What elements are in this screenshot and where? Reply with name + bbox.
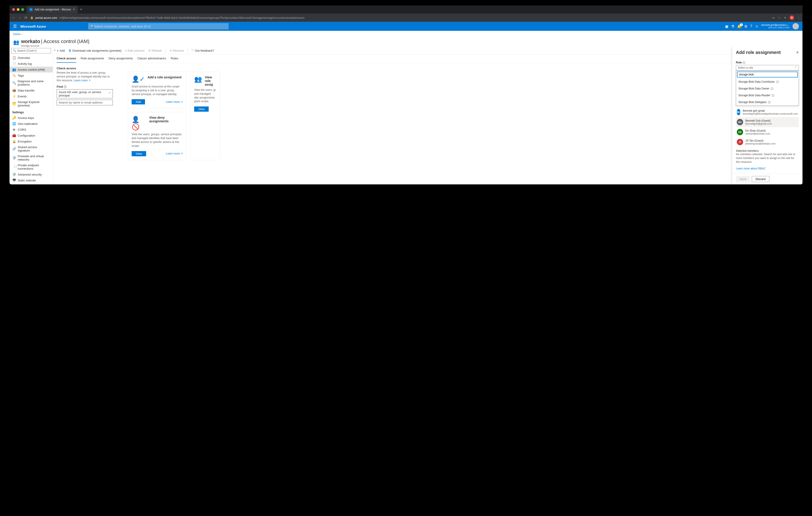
- sidebar-item[interactable]: 🧰Configuration: [9, 132, 53, 139]
- cloud-shell-icon[interactable]: ▣: [725, 24, 728, 29]
- role-select[interactable]: Select a role⌃: [736, 65, 799, 70]
- sidebar-item[interactable]: 🛡️Advanced security: [9, 172, 53, 177]
- tab[interactable]: Roles: [171, 57, 178, 63]
- info-icon[interactable]: i: [743, 61, 745, 64]
- sidebar-item[interactable]: 📋Overview: [9, 55, 53, 61]
- close-panel-icon[interactable]: ✕: [796, 50, 799, 55]
- sidebar-item[interactable]: 🖥️Static website: [9, 177, 53, 183]
- user-avatar[interactable]: [792, 23, 799, 29]
- address-bar[interactable]: 🔒 portal.azure.com/#@bennettgohworkato.o…: [30, 16, 769, 20]
- star-icon[interactable]: ☆: [778, 16, 781, 20]
- role-search-input[interactable]: [737, 71, 798, 78]
- close-tab-icon[interactable]: ×: [73, 7, 75, 11]
- learn-rbac-link[interactable]: Learn more about RBAC: [736, 167, 799, 170]
- find-search-input[interactable]: Search by name or email address: [57, 100, 113, 105]
- sidebar-search[interactable]: 🔍 Search (Cmd+/): [11, 48, 51, 54]
- sidebar-item[interactable]: 📦Data transfer: [9, 87, 53, 93]
- view-deny-card: 👤🚫View deny assignments View the users, …: [128, 112, 187, 160]
- sidebar-item[interactable]: 🛡️Firewalls and virtual networks: [9, 153, 53, 162]
- sidebar-item-label: Advanced security: [18, 173, 42, 176]
- settings-icon[interactable]: ⚙: [744, 24, 748, 29]
- learn-more-link[interactable]: Learn more ↗: [74, 79, 91, 82]
- info-icon[interactable]: i: [771, 87, 773, 90]
- sidebar-item-label: Encryption: [18, 140, 31, 143]
- member-item[interactable]: ESEe Shan (Guest)eeshan@workato.com: [736, 127, 799, 137]
- info-icon[interactable]: i: [772, 94, 774, 97]
- sidebar-item[interactable]: 🔑Access keys: [9, 115, 53, 121]
- back-button[interactable]: ←: [12, 16, 16, 20]
- forward-button[interactable]: →: [18, 16, 22, 20]
- find-select[interactable]: Azure AD user, group, or service princip…: [57, 89, 113, 98]
- reload-button[interactable]: ⟳: [25, 16, 27, 20]
- sidebar-item[interactable]: 🏷️Tags: [9, 72, 53, 79]
- discard-button[interactable]: Discard: [752, 176, 770, 182]
- sidebar-item[interactable]: 📄Activity log: [9, 61, 53, 67]
- sidebar-item-label: Tags: [18, 74, 24, 77]
- learn-more-link[interactable]: Learn more ↗: [166, 100, 183, 103]
- view-button[interactable]: View: [194, 107, 209, 112]
- add-button[interactable]: +Add: [57, 49, 65, 53]
- sidebar-item[interactable]: 👥Access control (IAM): [9, 67, 53, 72]
- minimize-window-icon[interactable]: [17, 8, 20, 11]
- role-option[interactable]: Storage Blob Data Owner i: [736, 85, 799, 92]
- help-icon[interactable]: ?: [750, 24, 752, 28]
- sidebar-item[interactable]: 🗂️Storage Explorer (preview): [9, 99, 53, 108]
- browser-tab[interactable]: A Add role assignment - Microsc ×: [27, 6, 78, 13]
- info-icon[interactable]: i: [64, 85, 66, 88]
- feedback-icon[interactable]: ☺: [755, 24, 758, 28]
- sidebar-item[interactable]: 📝Properties: [9, 183, 53, 184]
- info-icon[interactable]: i: [776, 81, 779, 83]
- sidebar-item[interactable]: ⊕CORS: [9, 127, 53, 132]
- user-menu[interactable]: bennett.goh@workato.c... DEFAULT DIRECTO…: [761, 24, 790, 29]
- sidebar-item-icon: 🔒: [12, 140, 16, 143]
- global-search-input[interactable]: [94, 25, 226, 28]
- feedback-button[interactable]: ♡Got feedback?: [191, 49, 214, 52]
- sidebar-item[interactable]: 〈〉Private endpoint connections: [9, 162, 53, 172]
- maximize-window-icon[interactable]: [21, 8, 24, 11]
- remove-button[interactable]: ✕Remove: [170, 49, 184, 52]
- sidebar-item-icon: 🔑: [12, 116, 16, 120]
- member-item[interactable]: BGBennett Goh (Guest)bennettgoh@gmail.co…: [736, 117, 799, 127]
- sidebar-item-label: CORS: [18, 128, 26, 131]
- filter-icon[interactable]: ⚗: [731, 24, 734, 29]
- role-dropdown: Storage Blob Data Contributor iStorage B…: [736, 70, 799, 106]
- sidebar-item-icon: 🌐: [12, 122, 16, 125]
- download-button[interactable]: ⬇Download role assignments (preview): [68, 49, 121, 53]
- info-icon[interactable]: i: [768, 101, 771, 103]
- breadcrumb-home[interactable]: Home: [13, 33, 20, 36]
- azure-logo[interactable]: Microsoft Azure: [20, 25, 46, 28]
- role-option[interactable]: Storage Blob Delegator i: [736, 99, 799, 105]
- tab[interactable]: Role assignments: [81, 57, 104, 63]
- new-tab-button[interactable]: +: [80, 7, 83, 12]
- key-icon[interactable]: ⊶: [772, 16, 775, 20]
- global-search[interactable]: 🔍: [88, 23, 229, 29]
- member-item[interactable]: JTJS Tan (Guest)jiesheng.tan@workato.com: [736, 137, 799, 147]
- columns-icon: ≡: [125, 49, 127, 52]
- extension-icon[interactable]: ✦: [784, 16, 786, 20]
- close-window-icon[interactable]: [12, 8, 15, 11]
- sidebar-item[interactable]: ⚡Events: [9, 93, 53, 99]
- save-button[interactable]: Save: [736, 176, 750, 182]
- notifications-icon[interactable]: 🔔1: [737, 24, 742, 29]
- sidebar-item[interactable]: 🔒Encryption: [9, 139, 53, 144]
- sidebar-item[interactable]: 🔍Diagnose and solve problems: [9, 79, 53, 87]
- tab[interactable]: Deny assignments: [109, 57, 133, 63]
- sidebar-item-icon: 🔗: [12, 147, 16, 151]
- profile-avatar[interactable]: B: [789, 16, 794, 20]
- blade-section: Access control (IAM): [44, 38, 89, 44]
- add-button[interactable]: Add: [132, 99, 145, 104]
- tab[interactable]: Check access: [57, 57, 76, 63]
- sidebar-item[interactable]: 🌐Geo-replication: [9, 121, 53, 127]
- refresh-button[interactable]: ⟳Refresh: [148, 49, 162, 52]
- member-item[interactable]: BGBennett goh gmailbennettgoh@bennettgoh…: [736, 107, 799, 117]
- hamburger-icon[interactable]: ☰: [13, 24, 17, 29]
- sidebar-item[interactable]: 🔗Shared access signature: [9, 144, 53, 153]
- tab[interactable]: Classic administrators: [137, 57, 166, 63]
- role-label: Role i: [736, 61, 799, 64]
- learn-more-link[interactable]: Learn more ↗: [166, 152, 183, 155]
- menu-icon[interactable]: ⋮: [797, 16, 800, 20]
- role-option[interactable]: Storage Blob Data Contributor i: [736, 79, 799, 85]
- role-option[interactable]: Storage Blob Data Reader i: [736, 92, 799, 99]
- edit-columns-button[interactable]: ≡Edit columns: [125, 49, 145, 52]
- view-button[interactable]: View: [132, 151, 146, 156]
